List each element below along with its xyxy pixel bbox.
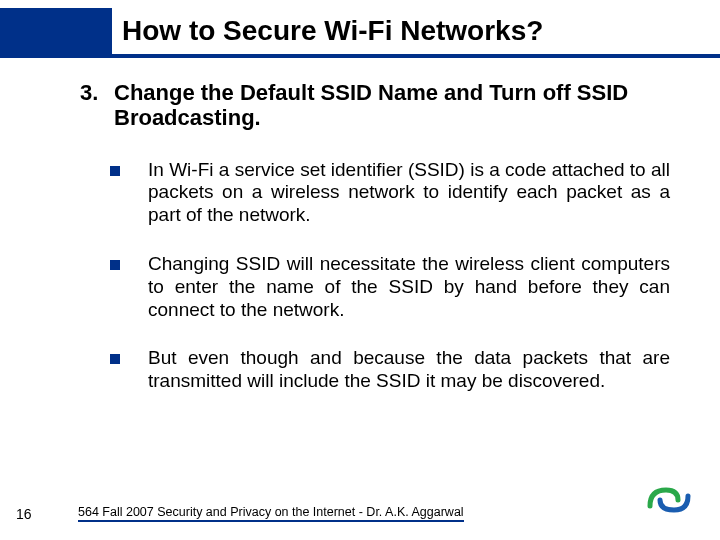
subtitle-text: Change the Default SSID Name and Turn of… bbox=[114, 80, 680, 131]
logo-icon bbox=[644, 482, 692, 516]
square-bullet-icon bbox=[110, 354, 120, 364]
bullet-list: In Wi-Fi a service set identifier (SSID)… bbox=[80, 159, 680, 393]
list-item: But even though and because the data pac… bbox=[110, 347, 680, 393]
content-area: 3. Change the Default SSID Name and Turn… bbox=[80, 80, 680, 419]
header-accent-block bbox=[0, 8, 112, 54]
header-band: How to Secure Wi-Fi Networks? bbox=[0, 8, 720, 54]
bullet-text: In Wi-Fi a service set identifier (SSID)… bbox=[148, 159, 680, 227]
header-underline bbox=[0, 54, 720, 58]
footer-text: 564 Fall 2007 Security and Privacy on th… bbox=[78, 505, 464, 522]
bullet-text: But even though and because the data pac… bbox=[148, 347, 680, 393]
list-item: In Wi-Fi a service set identifier (SSID)… bbox=[110, 159, 680, 227]
square-bullet-icon bbox=[110, 166, 120, 176]
bullet-text: Changing SSID will necessitate the wirel… bbox=[148, 253, 680, 321]
square-bullet-icon bbox=[110, 260, 120, 270]
list-item: Changing SSID will necessitate the wirel… bbox=[110, 253, 680, 321]
slide-title: How to Secure Wi-Fi Networks? bbox=[112, 8, 720, 54]
subtitle: 3. Change the Default SSID Name and Turn… bbox=[80, 80, 680, 131]
subtitle-number: 3. bbox=[80, 80, 114, 131]
page-number: 16 bbox=[16, 506, 32, 522]
